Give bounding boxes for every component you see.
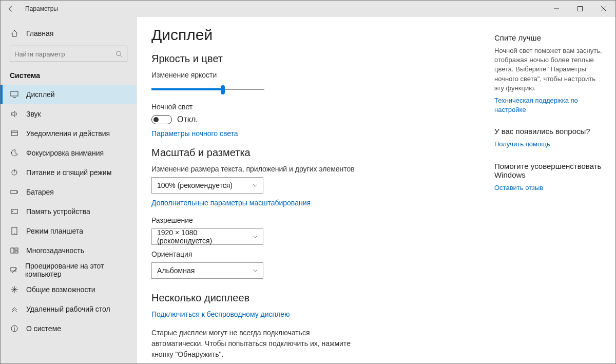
sidebar-home[interactable]: Главная: [1, 24, 137, 43]
minimize-button[interactable]: [545, 1, 568, 17]
home-icon: [10, 29, 19, 37]
orientation-select[interactable]: Альбомная: [151, 262, 263, 279]
svg-point-24: [14, 327, 15, 328]
sidebar-item-sound[interactable]: Звук: [1, 104, 137, 124]
sidebar-item-label: Фокусировка внимания: [26, 149, 104, 157]
sidebar-item-label: Память устройства: [26, 207, 90, 216]
sidebar-item-storage[interactable]: Память устройства: [1, 202, 137, 221]
advanced-scaling-link[interactable]: Дополнительные параметры масштабирования: [151, 199, 480, 207]
night-light-label: Ночной свет: [151, 103, 480, 111]
sidebar: Главная Система Дисплей Звук Уведомления…: [1, 17, 137, 363]
brightness-label: Изменение яркости: [151, 71, 480, 79]
svg-rect-18: [11, 248, 14, 253]
speaker-icon: [10, 110, 19, 118]
get-help-link[interactable]: Получить помощь: [494, 140, 605, 149]
storage-icon: [10, 207, 19, 216]
svg-rect-1: [578, 7, 583, 11]
svg-point-15: [12, 211, 13, 212]
night-light-state: Откл.: [177, 115, 198, 124]
power-icon: [10, 168, 19, 177]
info-icon: [10, 324, 19, 333]
page-title: Дисплей: [151, 26, 480, 44]
close-button[interactable]: [592, 1, 615, 17]
chevron-down-icon: [253, 269, 258, 272]
sidebar-item-label: Питание и спящий режим: [26, 168, 111, 177]
sidebar-item-label: Дисплей: [26, 90, 55, 99]
sidebar-item-focus[interactable]: Фокусировка внимания: [1, 143, 137, 163]
sidebar-item-label: О системе: [26, 324, 61, 333]
night-light-toggle[interactable]: [151, 115, 172, 124]
orientation-label: Ориентация: [151, 250, 480, 258]
window-title: Параметры: [25, 5, 58, 12]
sidebar-item-multitask[interactable]: Многозадачность: [1, 241, 137, 260]
scale-value: 100% (рекомендуется): [157, 181, 233, 189]
sidebar-category: Система: [1, 69, 137, 85]
right-panel: Спите лучше Ночной свет поможет вам засн…: [494, 17, 615, 363]
wireless-display-link[interactable]: Подключиться к беспроводному дисплею: [151, 310, 480, 318]
resolution-label: Разрешение: [151, 216, 480, 224]
maximize-button[interactable]: [568, 1, 592, 17]
sidebar-item-label: Батарея: [26, 188, 54, 196]
sidebar-item-tablet[interactable]: Режим планшета: [1, 221, 137, 241]
svg-point-17: [14, 233, 15, 234]
svg-point-4: [117, 51, 121, 56]
sidebar-item-shared[interactable]: Общие возможности: [1, 280, 137, 299]
sidebar-item-projecting[interactable]: Проецирование на этот компьютер: [1, 260, 137, 280]
detect-description: Старые дисплеи могут не всегда подключат…: [151, 328, 357, 360]
svg-rect-12: [11, 190, 17, 194]
svg-rect-13: [17, 191, 18, 193]
chevron-down-icon: [253, 184, 258, 187]
sidebar-item-about[interactable]: О системе: [1, 319, 137, 338]
tip-title-questions: У вас появились вопросы?: [494, 127, 605, 136]
search-icon: [116, 50, 123, 58]
sidebar-item-label: Общие возможности: [26, 285, 95, 294]
scale-label: Изменение размера текста, приложений и д…: [151, 165, 480, 173]
scale-select[interactable]: 100% (рекомендуется): [151, 177, 263, 194]
sidebar-home-label: Главная: [26, 29, 53, 37]
search-box[interactable]: [10, 46, 127, 62]
sidebar-item-notifications[interactable]: Уведомления и действия: [1, 124, 137, 143]
sidebar-item-power[interactable]: Питание и спящий режим: [1, 163, 137, 182]
notification-icon: [10, 129, 19, 138]
chevron-down-icon: [253, 235, 258, 238]
search-input[interactable]: [14, 50, 107, 58]
svg-rect-6: [11, 91, 18, 96]
sidebar-item-label: Режим планшета: [26, 227, 83, 235]
back-button[interactable]: [1, 1, 21, 17]
titlebar: Параметры: [1, 1, 615, 17]
svg-rect-20: [15, 251, 18, 253]
resolution-select[interactable]: 1920 × 1080 (рекомендуется): [151, 228, 263, 245]
brightness-slider[interactable]: [151, 83, 264, 95]
sidebar-item-remote[interactable]: Удаленный рабочий стол: [1, 299, 137, 319]
resolution-value: 1920 × 1080 (рекомендуется): [157, 228, 253, 245]
svg-rect-19: [15, 248, 18, 250]
sidebar-item-label: Удаленный рабочий стол: [26, 305, 110, 313]
sidebar-item-display[interactable]: Дисплей: [1, 85, 137, 104]
shared-icon: [10, 285, 19, 294]
projecting-icon: [10, 266, 18, 274]
section-heading-multidisplay: Несколько дисплеев: [151, 292, 480, 304]
section-heading-brightness: Яркость и цвет: [151, 53, 480, 65]
support-link[interactable]: Техническая поддержка по настройке: [494, 96, 605, 114]
orientation-value: Альбомная: [157, 266, 195, 275]
sidebar-item-label: Звук: [26, 110, 41, 118]
svg-rect-8: [11, 131, 17, 136]
battery-icon: [10, 188, 19, 196]
night-light-settings-link[interactable]: Параметры ночного света: [151, 129, 480, 138]
tablet-icon: [10, 227, 19, 235]
moon-icon: [10, 149, 19, 157]
sidebar-item-label: Проецирование на этот компьютер: [25, 262, 127, 278]
svg-line-5: [121, 55, 123, 58]
multitask-icon: [10, 246, 19, 255]
sidebar-item-label: Уведомления и действия: [26, 129, 110, 138]
feedback-link[interactable]: Оставить отзыв: [494, 183, 605, 193]
main-content: Дисплей Яркость и цвет Изменение яркости…: [137, 17, 494, 363]
tip-text-sleep: Ночной свет поможет вам заснуть, отображ…: [494, 46, 605, 93]
sidebar-item-label: Многозадачность: [26, 246, 84, 255]
svg-rect-21: [11, 267, 16, 271]
tip-title-sleep: Спите лучше: [494, 33, 605, 42]
remote-icon: [10, 305, 19, 313]
section-heading-scale: Масштаб и разметка: [151, 147, 480, 159]
sidebar-item-battery[interactable]: Батарея: [1, 182, 137, 202]
svg-rect-14: [11, 209, 17, 214]
